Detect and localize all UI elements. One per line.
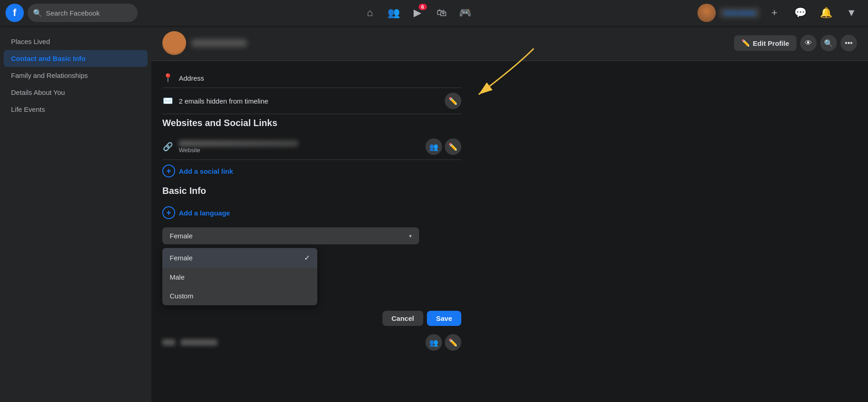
nav-center: ⌂ 👥 ▶ 6 🛍 🎮 (138, 2, 697, 24)
add-social-link-button[interactable]: + Add a social link (162, 160, 461, 182)
topnav-right: Username + 💬 🔔 ▼ (697, 2, 862, 24)
gender-female-label: Female (170, 254, 193, 262)
gender-section: Female ▾ Female ✓ Male Custom (162, 227, 461, 326)
gender-select-row: Female ▾ (162, 227, 461, 244)
add-icon: + (162, 165, 175, 177)
audience-website-button[interactable]: 👥 (426, 138, 442, 155)
video-nav-button[interactable]: ▶ 6 (407, 2, 429, 24)
content-body: 📍 Address ✉️ 2 emails hidden from timeli… (151, 61, 472, 363)
menu-button[interactable]: ▼ (840, 2, 862, 24)
main-content: ✏️ Edit Profile 👁 🔍 ••• 📍 Address ✉️ 2 e… (151, 26, 868, 402)
layout: Places Lived Contact and Basic Info Fami… (0, 26, 868, 402)
notifications-button[interactable]: 🔔 (815, 2, 837, 24)
gender-option-female[interactable]: Female ✓ (162, 248, 317, 268)
website-row: 🔗 Website 👥 ✏️ (162, 134, 461, 160)
facebook-logo-icon[interactable]: f (6, 4, 24, 22)
avatar (697, 4, 716, 22)
sidebar-item-details[interactable]: Details About You (4, 84, 148, 101)
emails-actions: ✏️ (445, 93, 461, 109)
save-button[interactable]: Save (427, 311, 461, 326)
gender-custom-label: Custom (170, 292, 194, 300)
bottom-icon (162, 339, 175, 346)
edit-profile-button[interactable]: ✏️ Edit Profile (734, 35, 796, 51)
gender-male-label: Male (170, 273, 185, 281)
gender-selected-label: Female (170, 232, 193, 240)
bottom-text (181, 339, 217, 346)
friends-nav-button[interactable]: 👥 (383, 2, 405, 24)
sidebar-item-contact-info[interactable]: Contact and Basic Info (4, 50, 148, 67)
emails-text: 2 emails hidden from timeline (179, 97, 439, 105)
username-label: Username (719, 7, 760, 18)
search-profile-button[interactable]: 🔍 (820, 35, 837, 51)
sidebar-item-life-events[interactable]: Life Events (4, 101, 148, 118)
search-bar: 🔍 (28, 4, 138, 22)
chevron-down-icon: ▾ (409, 233, 412, 239)
gender-option-custom[interactable]: Custom (162, 286, 317, 305)
search-icon: 🔍 (33, 9, 42, 17)
add-button[interactable]: + (763, 2, 785, 24)
address-row: 📍 Address (162, 68, 461, 88)
websites-section-title: Websites and Social Links (162, 118, 461, 128)
check-icon: ✓ (304, 253, 310, 262)
sidebar: Places Lived Contact and Basic Info Fami… (0, 26, 151, 402)
sidebar-item-family[interactable]: Family and Relationships (4, 67, 148, 84)
add-social-link-label: Add a social link (179, 167, 233, 175)
messenger-button[interactable]: 💬 (789, 2, 811, 24)
pencil-icon: ✏️ (741, 39, 750, 47)
basic-info-section-title: Basic Info (162, 186, 461, 196)
home-nav-button[interactable]: ⌂ (359, 2, 381, 24)
add-language-icon: + (162, 206, 175, 219)
sidebar-item-places-lived[interactable]: Places Lived (4, 33, 148, 50)
address-text: Address (179, 74, 461, 82)
edit-website-button[interactable]: ✏️ (445, 138, 461, 155)
gender-options-list: Female ✓ Male Custom (162, 248, 317, 305)
profile-header-actions: ✏️ Edit Profile 👁 🔍 ••• (734, 35, 857, 51)
search-input[interactable] (46, 9, 132, 17)
more-options-button[interactable]: ••• (840, 35, 857, 51)
edit-emails-button[interactable]: ✏️ (445, 93, 461, 109)
marketplace-nav-button[interactable]: 🛍 (431, 2, 453, 24)
bottom-audience-button[interactable]: 👥 (426, 334, 442, 351)
email-icon: ✉️ (162, 96, 173, 106)
profile-header: ✏️ Edit Profile 👁 🔍 ••• (151, 26, 868, 61)
avatar (162, 31, 186, 55)
website-value (179, 140, 298, 147)
website-label: Website (179, 147, 420, 154)
gender-dropdown[interactable]: Female ▾ (162, 227, 419, 244)
gender-action-row: Cancel Save (162, 311, 461, 326)
add-language-button[interactable]: + Add a language (162, 202, 461, 224)
add-language-label: Add a language (179, 209, 230, 217)
address-icon: 📍 (162, 73, 173, 83)
profile-name (192, 39, 247, 47)
video-badge: 6 (419, 4, 427, 10)
view-profile-button[interactable]: 👁 (800, 35, 817, 51)
bottom-edit-button[interactable]: ✏️ (445, 334, 461, 351)
bottom-info-row: 👥 ✏️ (162, 330, 461, 355)
website-actions: 👥 ✏️ (426, 138, 461, 155)
gender-option-male[interactable]: Male (162, 268, 317, 286)
gaming-nav-button[interactable]: 🎮 (454, 2, 476, 24)
link-icon: 🔗 (162, 142, 173, 152)
cancel-button[interactable]: Cancel (382, 311, 423, 326)
topnav: f 🔍 ⌂ 👥 ▶ 6 🛍 🎮 Username + 💬 🔔 ▼ (0, 0, 868, 26)
emails-row: ✉️ 2 emails hidden from timeline ✏️ (162, 88, 461, 114)
